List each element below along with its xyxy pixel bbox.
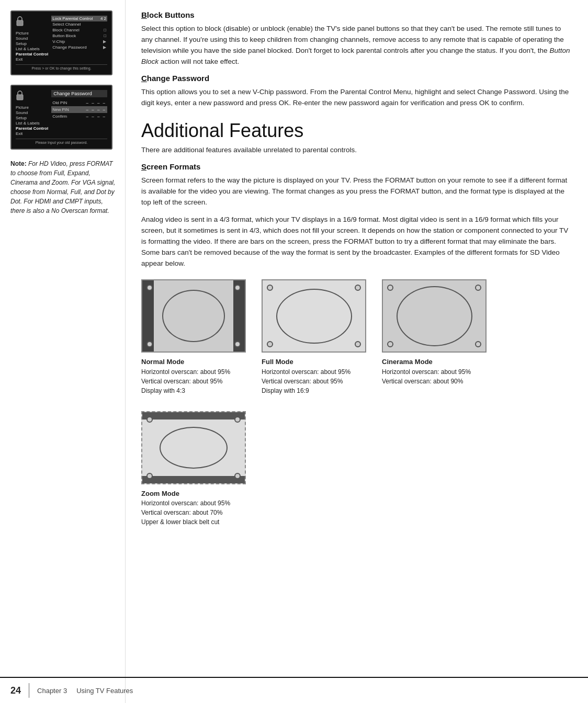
tv-pin-label-new: New PIN (52, 107, 69, 112)
block-buttons-heading: Block Buttons (141, 10, 572, 19)
tv-nav-parental-control: Parental Control (16, 52, 48, 56)
heading-rest-block-buttons: lock Buttons (147, 10, 195, 19)
svg-rect-0 (17, 20, 23, 26)
caption-line1-full: Horizontol overscan: about 95% (262, 367, 350, 377)
tv-row-label-lock: Lock Parental Control (52, 16, 93, 21)
tv-nav-setup: Setup (16, 41, 48, 46)
tv-nav-list-labels: List & Labels (16, 47, 48, 51)
tv-row-label-block-ch: Block Channel (52, 28, 80, 32)
top-bar-zoom (142, 412, 245, 419)
tv-nav-sound: Sound (16, 36, 48, 41)
lock-icon-1 (16, 16, 24, 26)
tv-nav2-list-labels: List & Labels (16, 121, 48, 126)
caption-title-full: Full Mode (262, 357, 350, 367)
sidebar-note: Note: For HD Video, press FORMAT to choo… (10, 159, 117, 216)
format-item-cinerama: Cinerama Mode Horizontol overscan: about… (382, 279, 487, 395)
lock-icon-2 (16, 90, 24, 100)
additional-features-heading: Additional Features (141, 120, 572, 141)
tv-nav-picture: Picture (16, 31, 48, 36)
main-content: Block Buttons Select this option to bloc… (126, 0, 588, 703)
format-diagram-cinerama (382, 279, 487, 353)
block-buttons-body: Select this option to block (disable) or… (141, 24, 572, 67)
format-caption-normal: Normal Mode Horizontol overscan: about 9… (141, 357, 230, 395)
heading-underline-b: B (141, 10, 147, 19)
tv-nav-1: Picture Sound Setup List & Labels Parent… (16, 16, 48, 62)
tv-pin-val-old: – – – – (86, 100, 106, 105)
heading-underline-s: S (141, 162, 146, 171)
caption-title-normal: Normal Mode (141, 357, 230, 367)
change-password-title: Change Password (51, 90, 107, 97)
caption-line1-cinerama: Horizontol overscan: about 95% (382, 367, 471, 377)
caption-line2-cinerama: Vertical overscan: about 90% (382, 377, 471, 386)
format-item-zoom: Zoom Mode Horizontol overscan: about 95%… (141, 411, 246, 527)
tv-footer-1: Press > or OK to change this setting. (16, 64, 107, 70)
change-password-heading: Change Password (141, 74, 572, 83)
heading-underline-c: C (141, 74, 147, 83)
corner-bl-cinerama (387, 341, 393, 347)
corner-tl-cinerama (387, 285, 393, 291)
tv-row-val-lock: 4 2 (100, 16, 106, 21)
caption-line2-normal: Vertical overscan: about 95% (141, 377, 230, 386)
tv-nav2-picture: Picture (16, 105, 48, 110)
format-diagram-full (262, 279, 366, 353)
caption-line3-zoom: Upper & lower black belt cut (141, 517, 230, 527)
tv-pin-row-old: Old PIN – – – – (51, 99, 107, 106)
screen-formats-body2: Analog video is sent in a 4/3 format, wh… (141, 214, 572, 269)
tv-row-val-change-pw: ▶ (103, 45, 106, 50)
corner-bl-zoom (146, 473, 153, 479)
bottom-bar-zoom (142, 476, 245, 483)
tv-pin-val-confirm: – – – – (86, 114, 106, 119)
corner-tr-cinerama (475, 285, 481, 291)
tv-row-label-btn-block: Button Block (52, 33, 76, 38)
button-block-italic: Button Block (141, 47, 570, 65)
tv-menu-row-change-pw: Change Password ▶ (51, 44, 107, 50)
tv-menu-row-lock: Lock Parental Control 4 2 (51, 16, 107, 21)
screen-formats-heading: Screen Formats (141, 162, 572, 171)
tv-row-val-btn-block: □ (104, 33, 106, 38)
tv-row-label-vchip: V-Chip (52, 39, 65, 44)
corner-tr-zoom (234, 416, 241, 423)
caption-title-cinerama: Cinerama Mode (382, 357, 471, 367)
screen-formats-body1: Screen format refers to the way the pict… (141, 175, 572, 208)
tv-row-label-select: Select Channel (52, 22, 81, 27)
corner-tl-zoom (146, 416, 153, 423)
footer-chapter-label: Chapter 3 Using TV Features (37, 687, 133, 695)
tv-pin-label-old: Old PIN (52, 100, 67, 105)
tv-menu-row-block-ch: Block Channel □ (51, 27, 107, 33)
footer-chapter-title: Using TV Features (76, 687, 133, 695)
page-footer: 24 Chapter 3 Using TV Features (0, 677, 588, 703)
heading-rest-screen-formats: creen Formats (146, 162, 200, 171)
additional-features-subheading: There are additional features available … (141, 145, 572, 156)
footer-chapter-name: Chapter 3 (37, 687, 67, 695)
oval-cinerama (397, 286, 472, 346)
svg-rect-1 (17, 95, 23, 100)
tv-nav2-sound: Sound (16, 110, 48, 115)
tv-nav-2: Picture Sound Setup List & Labels Parent… (16, 90, 48, 136)
note-label: Note: (10, 160, 27, 167)
corner-br-cinerama (475, 341, 481, 347)
corner-br-full (355, 341, 361, 347)
note-text: For HD Video, press FORMAT to choose fro… (10, 160, 115, 214)
tv-nav-exit: Exit (16, 57, 48, 62)
caption-line2-full: Vertical overscan: about 95% (262, 377, 350, 386)
tv-pin-val-new: – – – – (86, 107, 106, 112)
oval-zoom (160, 427, 228, 469)
format-diagrams: Normal Mode Horizontol overscan: about 9… (141, 279, 572, 527)
screen-formats-section: Screen Formats Screen format refers to t… (141, 162, 572, 269)
tv-screenshot-1: Picture Sound Setup List & Labels Parent… (10, 10, 112, 75)
caption-line3-full: Display with 16:9 (262, 386, 350, 395)
change-password-body: This option allows you to set a new V-Ch… (141, 87, 572, 109)
corner-tl-full (267, 285, 273, 291)
sidebar: Picture Sound Setup List & Labels Parent… (0, 0, 126, 703)
format-caption-full: Full Mode Horizontol overscan: about 95%… (262, 357, 350, 395)
tv-row-val-block-ch: □ (104, 28, 106, 32)
caption-line1-zoom: Horizontol overscan: about 95% (141, 498, 230, 508)
corner-tr-full (355, 285, 361, 291)
format-item-normal: Normal Mode Horizontol overscan: about 9… (141, 279, 246, 395)
format-caption-zoom: Zoom Mode Horizontol overscan: about 95%… (141, 489, 230, 527)
tv-pin-row-confirm: Confirm – – – – (51, 113, 107, 120)
caption-line2-zoom: Vertical overscan: about 70% (141, 508, 230, 517)
tv-menu-row-button-block: Button Block □ (51, 33, 107, 39)
change-password-section: Change Password This option allows you t… (141, 74, 572, 109)
block-buttons-section: Block Buttons Select this option to bloc… (141, 10, 572, 67)
